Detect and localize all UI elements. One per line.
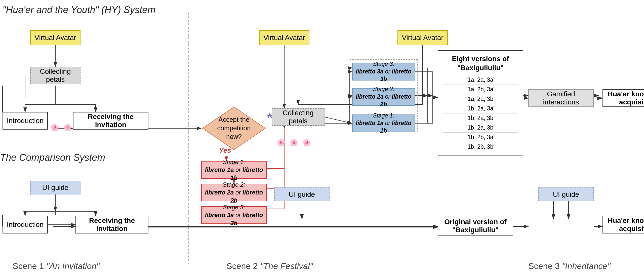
scene2-label: Scene 2 "The Festival": [226, 261, 313, 271]
version-item: "1b, 2a, 3a": [443, 104, 518, 113]
stage-red-2: Stage 2: libretto 2a or libretto 2b: [201, 184, 267, 201]
version-item: "1a, 2a, 3b": [443, 94, 518, 104]
original-version: Original version of"Baxiguliuliu": [438, 216, 513, 236]
collecting-petals-1: Collecting petals: [30, 67, 80, 84]
scene3-label: Scene 3 "Inheritance": [528, 261, 611, 271]
comparison-system-title: The Comparison System: [0, 152, 105, 163]
stage-blue-2: Stage 2: libretto 2a or libretto 2b: [352, 88, 415, 106]
petals-3: 🌸 🌸 🌸: [277, 138, 312, 147]
stage-red-1: Stage 1: libretto 1a or libretto 1b: [201, 161, 267, 179]
huaer-knowledge-hy: Hua'er knowledgeacquisition: [602, 89, 644, 107]
scene1-label: Scene 1 "An Invitation": [13, 261, 99, 271]
versions-title: Eight versions of"Baxiguliuliu": [443, 54, 518, 73]
ui-guide-1: UI guide: [30, 181, 80, 194]
gamified-interactions: Gamified interactions: [528, 89, 594, 107]
stage-blue-3: Stage 3: libretto 3a or libretto 3b: [352, 63, 415, 81]
version-item: "1a, 2b, 3a": [443, 85, 518, 94]
accept-diamond: Accept thecompetitionnow?: [201, 106, 267, 151]
virtual-avatar-1: Virtual Avatar: [30, 30, 80, 45]
version-item: "1b, 2b, 3a": [443, 133, 518, 142]
version-item: "1a, 2a, 3a": [443, 75, 518, 85]
introduction-1: Collecting petals "Hua'er and the Youth"…: [3, 112, 48, 130]
virtual-avatar-2: Virtual Avatar: [259, 30, 309, 45]
version-item: "1b, 2a, 3b": [443, 123, 518, 133]
stage-red-3: Stage 3: libretto 3a or libretto 3b: [201, 206, 267, 224]
hy-system-title: "Hua'er and the Youth" (HY) System: [3, 5, 155, 15]
eight-versions-box: Eight versions of"Baxiguliuliu" "1a, 2a,…: [438, 50, 523, 155]
huaer-knowledge-comp: Hua'er knowledgeacquisition: [602, 216, 644, 233]
version-item: "1b, 2b, 3b": [443, 142, 518, 151]
version-item: "1b, 2a, 3b": [443, 113, 518, 123]
ui-guide-2: UI guide: [274, 187, 330, 201]
ui-guide-3: UI guide: [538, 187, 594, 201]
receiving-invitation-1: Receiving theinvitation: [73, 112, 148, 130]
collecting-petals-2: Collecting petals: [272, 108, 325, 126]
svg-line-55: [325, 117, 352, 123]
yes-label: Yes: [219, 146, 231, 154]
stage-blue-1: Stage 1: libretto 1a or libretto 1b: [352, 114, 415, 132]
petals-1: 🌸 🌸: [50, 123, 73, 132]
receiving-invitation-comp: Receiving theinvitation: [75, 216, 148, 233]
introduction-comp: Introduction: [3, 216, 48, 233]
virtual-avatar-3: Virtual Avatar: [397, 30, 448, 45]
